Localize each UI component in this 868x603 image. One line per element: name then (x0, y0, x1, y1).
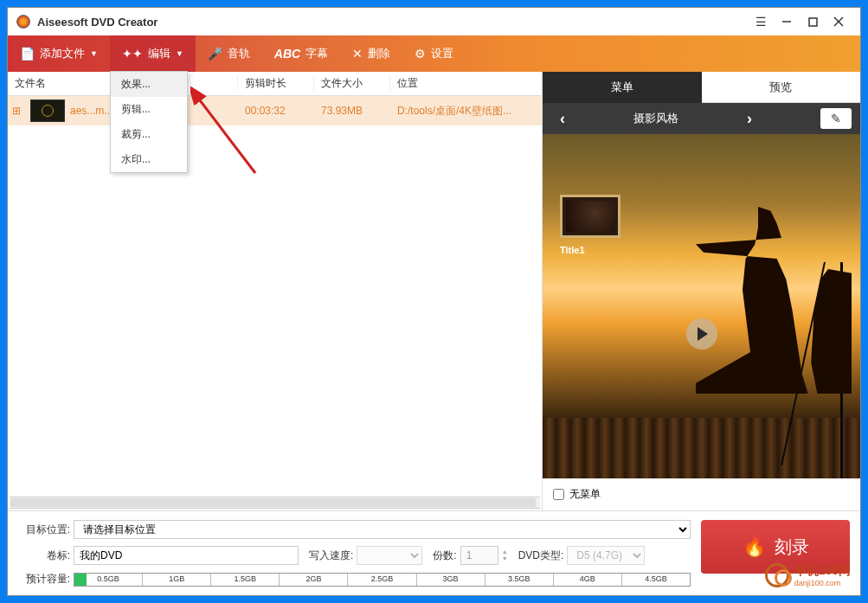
subtitle-label: 字幕 (305, 46, 328, 61)
col-filesize[interactable]: 文件大小 (314, 76, 390, 91)
svg-rect-1 (809, 18, 817, 26)
delete-x-icon: ✕ (352, 47, 363, 61)
edit-button[interactable]: ✦✦ 编辑 ▼ 效果... 剪辑... 裁剪... 水印... (110, 35, 196, 72)
video-thumbnail (30, 99, 65, 122)
watermark-name: 单机100网 (794, 563, 851, 579)
capacity-tick: 1GB (143, 574, 211, 586)
microphone-icon: 🎤 (208, 47, 222, 61)
capacity-tick: 3.5GB (485, 574, 554, 586)
capacity-tick: 1.5GB (211, 574, 280, 586)
abc-subtitle-icon: ABC (274, 47, 300, 61)
capacity-tick: 2.5GB (348, 574, 416, 586)
volume-label: 卷标: (18, 548, 70, 563)
capacity-bar: 0.5GB 1GB 1.5GB 2GB 2.5GB 3GB 3.5GB 4GB … (74, 573, 691, 587)
audio-label: 音轨 (228, 46, 250, 61)
main-toolbar: 📄 添加文件 ▼ ✦✦ 编辑 ▼ 效果... 剪辑... 裁剪... 水印...… (8, 35, 860, 72)
menu-preview: Title1 (543, 134, 860, 478)
delete-label: 删除 (368, 46, 390, 61)
prev-style-arrow-icon[interactable]: ‹ (551, 106, 574, 132)
col-duration[interactable]: 剪辑时长 (238, 76, 314, 91)
menu-crop[interactable]: 裁剪... (111, 122, 187, 147)
write-speed-label: 写入速度: (309, 548, 353, 563)
gear-icon: ⚙ (415, 47, 426, 61)
empty-list-area (8, 125, 542, 495)
close-button[interactable] (826, 11, 852, 32)
menu-watermark[interactable]: 水印... (111, 147, 187, 172)
style-bar: ‹ 摄影风格 › ✎ (543, 103, 860, 134)
preview-panel: 菜单 预览 ‹ 摄影风格 › ✎ Title1 无菜单 (543, 72, 860, 510)
copies-input[interactable] (460, 546, 498, 565)
capacity-label: 预计容量: (18, 572, 70, 587)
col-location[interactable]: 位置 (390, 76, 542, 91)
edit-label: 编辑 (148, 46, 170, 61)
style-name: 摄影风格 (633, 111, 678, 126)
title-label: Title1 (560, 245, 585, 255)
next-style-arrow-icon[interactable]: › (738, 106, 761, 132)
no-menu-checkbox[interactable] (553, 489, 564, 500)
destination-select[interactable]: 请选择目标位置 (74, 520, 691, 539)
dest-label: 目标位置: (18, 523, 70, 537)
dvd-type-label: DVD类型: (518, 548, 564, 563)
subtitle-button[interactable]: ABC 字幕 (262, 35, 340, 72)
add-file-label: 添加文件 (40, 46, 85, 61)
capacity-tick: 2GB (280, 574, 348, 586)
column-headers: 文件名 剪辑时长 文件大小 位置 (8, 72, 542, 96)
title-thumbnail-frame[interactable] (560, 195, 620, 238)
settings-button[interactable]: ⚙ 设置 (402, 35, 466, 72)
edit-dropdown: 效果... 剪辑... 裁剪... 水印... (110, 71, 188, 173)
no-menu-label: 无菜单 (569, 487, 601, 502)
capacity-fill (74, 574, 87, 586)
burn-label: 刻录 (775, 536, 809, 559)
titlebar: Aiseesoft DVD Creator ☰ (8, 8, 860, 35)
copies-stepper[interactable]: ▲▼ (502, 548, 508, 562)
app-window: Aiseesoft DVD Creator ☰ 📄 添加文件 ▼ ✦✦ 编辑 ▼… (7, 7, 861, 596)
add-file-button[interactable]: 📄 添加文件 ▼ (8, 35, 110, 72)
file-list-panel: 文件名 剪辑时长 文件大小 位置 ⊞ aes...m... 00:03:32 7… (8, 72, 543, 510)
menu-clip[interactable]: 剪辑... (111, 97, 187, 122)
output-settings: 目标位置: 请选择目标位置 卷标: 写入速度: 份数: ▲▼ DVD类型: D5… (18, 520, 691, 587)
app-title: Aiseesoft DVD Creator (37, 16, 748, 29)
settings-label: 设置 (431, 46, 453, 61)
app-logo-icon (16, 15, 30, 29)
file-row[interactable]: ⊞ aes...m... 00:03:32 73.93MB D:/tools/桌… (8, 96, 542, 125)
edit-style-pencil-icon[interactable]: ✎ (820, 108, 852, 129)
volume-input[interactable] (74, 546, 299, 565)
edit-sparkle-icon: ✦✦ (122, 47, 143, 61)
play-button-icon[interactable] (686, 318, 717, 350)
maximize-button[interactable] (800, 11, 826, 32)
audio-button[interactable]: 🎤 音轨 (196, 35, 262, 72)
delete-button[interactable]: ✕ 删除 (340, 35, 402, 72)
menu-list-icon[interactable]: ☰ (748, 11, 774, 32)
fire-icon: 🔥 (743, 536, 766, 558)
expand-plus-icon[interactable]: ⊞ (8, 105, 25, 117)
capacity-tick: 4.5GB (622, 574, 690, 586)
minimize-button[interactable] (774, 11, 800, 32)
add-file-icon: 📄 (20, 47, 35, 61)
tab-preview[interactable]: 预览 (702, 72, 861, 103)
site-watermark: 单机100网 danji100.com (765, 563, 851, 587)
right-tabs: 菜单 预览 (543, 72, 860, 103)
file-size: 73.93MB (314, 105, 390, 117)
watermark-url: danji100.com (794, 579, 851, 587)
file-duration: 00:03:32 (238, 105, 314, 117)
bottom-panel: 目标位置: 请选择目标位置 卷标: 写入速度: 份数: ▲▼ DVD类型: D5… (8, 510, 860, 595)
no-menu-option: 无菜单 (543, 478, 860, 510)
capacity-tick: 4GB (554, 574, 622, 586)
watermark-logo-icon (765, 563, 789, 587)
caret-down-icon: ▼ (176, 49, 183, 58)
menu-effect[interactable]: 效果... (111, 72, 187, 97)
copies-label: 份数: (433, 548, 456, 563)
capacity-tick: 3GB (417, 574, 485, 586)
caret-down-icon: ▼ (90, 49, 98, 58)
horizontal-scrollbar[interactable] (10, 497, 540, 509)
dvd-type-select[interactable]: D5 (4.7G) (567, 546, 645, 565)
write-speed-select[interactable] (357, 546, 422, 565)
tab-menu[interactable]: 菜单 (543, 72, 702, 103)
photographer-silhouette (696, 186, 852, 394)
file-location: D:/tools/桌面/4K壁纸图... (390, 104, 542, 119)
